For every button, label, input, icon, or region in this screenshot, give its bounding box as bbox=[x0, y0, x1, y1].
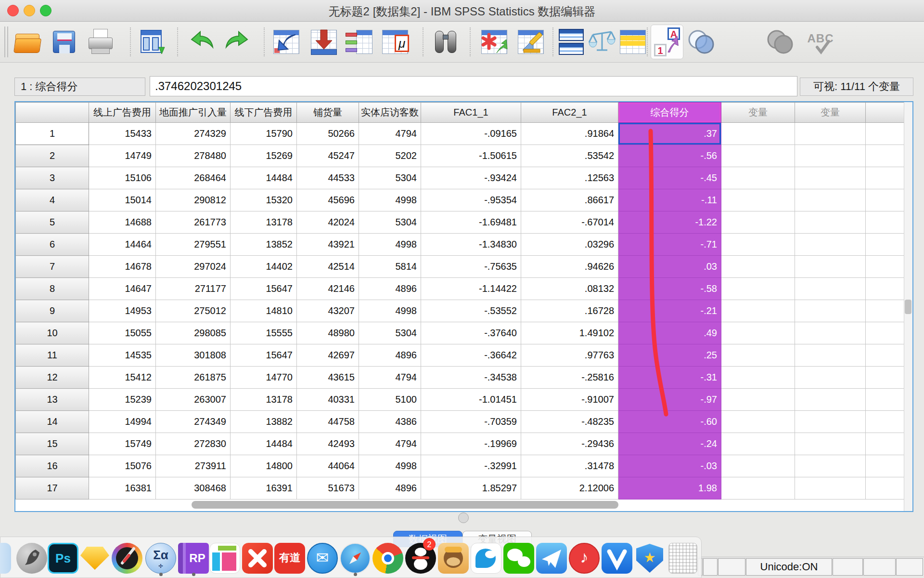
cell[interactable]: .08132 bbox=[521, 278, 618, 300]
select-cases-button[interactable] bbox=[619, 28, 647, 56]
cell[interactable]: -1.34830 bbox=[421, 234, 521, 256]
cell-empty[interactable] bbox=[795, 477, 866, 499]
dock-security-app-icon[interactable]: ★ bbox=[634, 543, 665, 574]
cell-empty[interactable] bbox=[721, 145, 795, 167]
cell-score[interactable]: -.97 bbox=[618, 389, 721, 411]
cell-empty[interactable] bbox=[721, 256, 795, 278]
vertical-scrollbar[interactable] bbox=[904, 102, 912, 511]
cell[interactable]: 43615 bbox=[297, 367, 359, 389]
redo-button[interactable] bbox=[223, 28, 251, 56]
cell[interactable]: 268464 bbox=[156, 167, 231, 189]
cell-empty[interactable] bbox=[721, 300, 795, 322]
cell[interactable]: 272830 bbox=[156, 433, 231, 455]
cell[interactable]: 44064 bbox=[297, 455, 359, 477]
cell[interactable]: 263007 bbox=[156, 389, 231, 411]
cell[interactable]: 1.85297 bbox=[421, 477, 521, 499]
cell-score[interactable]: -.45 bbox=[618, 167, 721, 189]
cell[interactable]: -.29436 bbox=[521, 433, 618, 455]
cell[interactable]: 14484 bbox=[231, 433, 297, 455]
cell-score[interactable]: -.31 bbox=[618, 367, 721, 389]
corner-cell[interactable] bbox=[16, 103, 89, 123]
insert-variable-button[interactable] bbox=[517, 28, 545, 56]
cell[interactable]: -.75635 bbox=[421, 256, 521, 278]
col-header-store-visitors[interactable]: 实体店访客数 bbox=[359, 103, 421, 123]
dock-youdao-icon[interactable]: 有道 bbox=[274, 543, 305, 574]
cell[interactable]: -.32991 bbox=[421, 455, 521, 477]
cell[interactable]: .97763 bbox=[521, 344, 618, 367]
cell[interactable]: -1.50615 bbox=[421, 145, 521, 167]
row-number[interactable]: 11 bbox=[16, 344, 89, 367]
col-header-offline-ad[interactable]: 线下广告费用 bbox=[231, 103, 297, 123]
split-file-button[interactable] bbox=[557, 28, 585, 56]
dock-chrome-icon[interactable] bbox=[372, 543, 403, 574]
col-header-var-placeholder[interactable]: 变量 bbox=[721, 103, 795, 123]
spell-check-button[interactable]: ABC bbox=[805, 28, 836, 56]
cell[interactable]: .16728 bbox=[521, 300, 618, 322]
cell-empty[interactable] bbox=[721, 234, 795, 256]
cell-empty[interactable] bbox=[795, 189, 866, 211]
cell[interactable]: 14484 bbox=[231, 167, 297, 189]
cell[interactable]: 5304 bbox=[359, 167, 421, 189]
row-number[interactable]: 15 bbox=[16, 433, 89, 455]
weight-cases-button[interactable] bbox=[588, 28, 616, 56]
row-number[interactable]: 12 bbox=[16, 367, 89, 389]
cell-empty[interactable] bbox=[721, 455, 795, 477]
cell[interactable]: 14953 bbox=[89, 300, 156, 322]
cell[interactable]: -1.14422 bbox=[421, 278, 521, 300]
row-number[interactable]: 9 bbox=[16, 300, 89, 322]
cell[interactable]: 15239 bbox=[89, 389, 156, 411]
cell-empty[interactable] bbox=[795, 278, 866, 300]
cell[interactable]: -.67014 bbox=[521, 211, 618, 234]
cell[interactable]: 5304 bbox=[359, 322, 421, 344]
cell[interactable]: -.95354 bbox=[421, 189, 521, 211]
cell-empty[interactable] bbox=[795, 455, 866, 477]
col-header-ground-promo[interactable]: 地面推广引入量 bbox=[156, 103, 231, 123]
cell-score[interactable]: -.11 bbox=[618, 189, 721, 211]
cell-empty[interactable] bbox=[795, 256, 866, 278]
save-button[interactable] bbox=[50, 28, 78, 56]
cell[interactable]: 44533 bbox=[297, 167, 359, 189]
row-number[interactable]: 10 bbox=[16, 322, 89, 344]
cell[interactable]: 261875 bbox=[156, 367, 231, 389]
cell-empty[interactable] bbox=[795, 123, 866, 145]
insert-cases-button[interactable] bbox=[480, 28, 508, 56]
cell[interactable]: 14464 bbox=[89, 234, 156, 256]
cell-score[interactable]: -.58 bbox=[618, 278, 721, 300]
cell-score[interactable]: 1.98 bbox=[618, 477, 721, 499]
cell[interactable]: .91864 bbox=[521, 123, 618, 145]
cell[interactable]: .86617 bbox=[521, 189, 618, 211]
cell[interactable]: 15269 bbox=[231, 145, 297, 167]
dock-launchpad-icon[interactable] bbox=[16, 543, 47, 574]
cell[interactable]: 297024 bbox=[156, 256, 231, 278]
cell-score[interactable]: .37 bbox=[618, 123, 721, 145]
cell[interactable]: 44758 bbox=[297, 411, 359, 433]
cell[interactable]: 15647 bbox=[231, 344, 297, 367]
cell-empty[interactable] bbox=[795, 300, 866, 322]
row-number[interactable]: 13 bbox=[16, 389, 89, 411]
dock-thunder-icon[interactable] bbox=[471, 543, 501, 574]
cell-empty[interactable] bbox=[721, 433, 795, 455]
cell-score[interactable]: -.21 bbox=[618, 300, 721, 322]
cell-score[interactable]: .03 bbox=[618, 256, 721, 278]
cell-empty[interactable] bbox=[721, 167, 795, 189]
col-header-online-ad[interactable]: 线上广告费用 bbox=[89, 103, 156, 123]
cell[interactable]: 4896 bbox=[359, 344, 421, 367]
cell[interactable]: -1.01451 bbox=[421, 389, 521, 411]
cell-score[interactable]: -.24 bbox=[618, 433, 721, 455]
cell[interactable]: -1.69481 bbox=[421, 211, 521, 234]
cell-empty[interactable] bbox=[721, 278, 795, 300]
cell[interactable]: 1.49102 bbox=[521, 322, 618, 344]
cell[interactable]: 42024 bbox=[297, 211, 359, 234]
show-all-variables-button[interactable] bbox=[764, 28, 795, 56]
cell[interactable]: 13178 bbox=[231, 211, 297, 234]
value-labels-button[interactable]: A 1 bbox=[651, 25, 683, 59]
row-number[interactable]: 7 bbox=[16, 256, 89, 278]
dock-safari-icon[interactable] bbox=[340, 543, 371, 574]
cell[interactable]: 4998 bbox=[359, 189, 421, 211]
dock-messages-app-icon[interactable] bbox=[536, 543, 567, 574]
cell[interactable]: 5202 bbox=[359, 145, 421, 167]
row-number[interactable]: 3 bbox=[16, 167, 89, 189]
cell[interactable]: 2.12006 bbox=[521, 477, 618, 499]
cell-editor-field[interactable]: .3746202301245 bbox=[150, 76, 797, 96]
cell[interactable]: 4794 bbox=[359, 367, 421, 389]
